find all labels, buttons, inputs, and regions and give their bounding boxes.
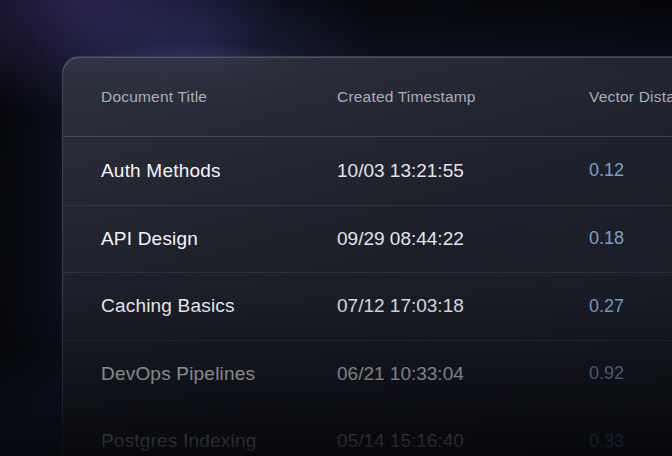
table-header-row: Document Title Created Timestamp Vector …	[63, 57, 672, 137]
document-title-cell: Caching Basics	[101, 295, 337, 317]
column-header-document-title: Document Title	[101, 88, 337, 106]
vector-distance-cell: 0.27	[589, 296, 672, 317]
table-row[interactable]: Caching Basics 07/12 17:03:18 0.27	[63, 272, 672, 340]
vector-distance-cell: 0.33	[589, 431, 672, 452]
table-row[interactable]: API Design 09/29 08:44:22 0.18	[63, 205, 672, 273]
document-title-cell: DevOps Pipelines	[101, 363, 337, 385]
table-row[interactable]: DevOps Pipelines 06/21 10:33:04 0.92	[63, 340, 672, 408]
created-timestamp-cell: 10/03 13:21:55	[337, 160, 589, 182]
created-timestamp-cell: 06/21 10:33:04	[337, 363, 589, 385]
vector-distance-cell: 0.18	[589, 228, 672, 249]
document-title-cell: Postgres Indexing	[101, 430, 337, 452]
table-row[interactable]: Postgres Indexing 05/14 15:16:40 0.33	[63, 407, 672, 456]
column-header-created-timestamp: Created Timestamp	[337, 88, 589, 106]
vector-distance-cell: 0.12	[589, 160, 672, 181]
document-title-cell: API Design	[101, 228, 337, 250]
documents-table-card: Document Title Created Timestamp Vector …	[62, 56, 672, 456]
vector-distance-cell: 0.92	[589, 363, 672, 384]
created-timestamp-cell: 05/14 15:16:40	[337, 430, 589, 452]
created-timestamp-cell: 07/12 17:03:18	[337, 295, 589, 317]
column-header-vector-distance: Vector Distance	[589, 88, 672, 106]
document-title-cell: Auth Methods	[101, 160, 337, 182]
table-row[interactable]: Auth Methods 10/03 13:21:55 0.12	[63, 137, 672, 205]
screen: Document Title Created Timestamp Vector …	[0, 0, 672, 456]
created-timestamp-cell: 09/29 08:44:22	[337, 228, 589, 250]
